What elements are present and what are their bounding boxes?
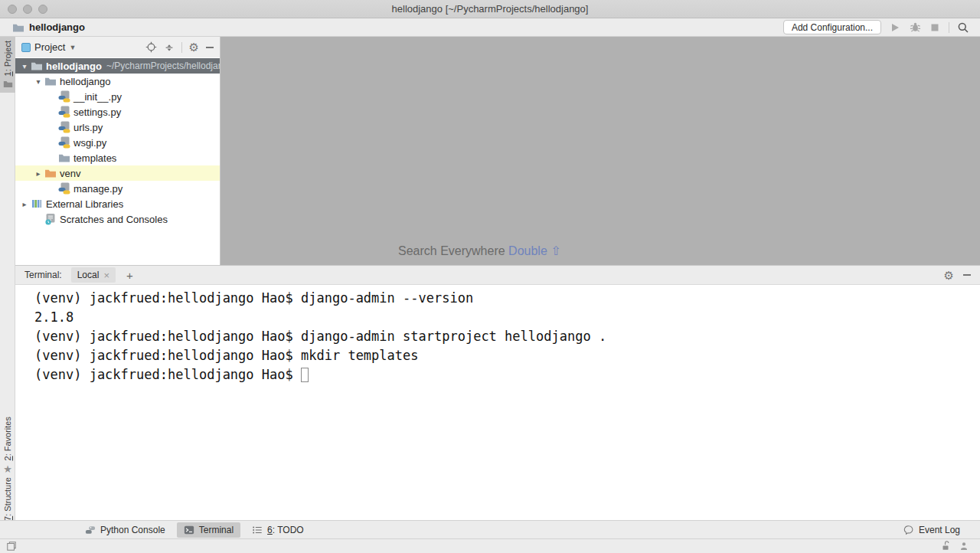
tree-item-label: Scratches and Consoles: [60, 214, 168, 225]
terminal-line: (venv) jackfrued:hellodjango Hao$: [34, 365, 980, 384]
gear-icon[interactable]: ⚙: [944, 270, 954, 281]
event-log-balloon-icon: [903, 525, 914, 535]
project-view-selector[interactable]: Project: [34, 41, 65, 53]
tree-item-label: urls.py: [74, 122, 103, 133]
terminal-label: Terminal:: [24, 270, 62, 280]
new-session-icon[interactable]: +: [126, 269, 133, 282]
todo-label: : TODO: [273, 525, 304, 535]
hint-search-everywhere: Search Everywhere Double ⇧: [398, 244, 561, 258]
python-console-icon: [85, 525, 96, 535]
folder-icon: [58, 152, 70, 164]
hide-panel-icon[interactable]: [206, 47, 214, 48]
tool-window-bar: Python Console Terminal 6: TODO Event Lo…: [0, 520, 980, 538]
titlebar: hellodjango [~/PycharmProjects/hellodjan…: [0, 0, 980, 18]
favorites-tab-mnemonic: 2: [3, 456, 12, 460]
tree-item-urls-py[interactable]: urls.py: [15, 119, 220, 135]
tree-item-wsgi-py[interactable]: wsgi.py: [15, 135, 220, 150]
tree-item-label: External Libraries: [46, 198, 123, 210]
tree-item-external-libraries[interactable]: ▸External Libraries: [15, 196, 220, 211]
event-log-button[interactable]: Event Log: [919, 525, 960, 535]
terminal-cursor[interactable]: [301, 368, 309, 382]
terminal-tab-label: Local: [77, 270, 100, 280]
stop-icon[interactable]: [929, 21, 941, 34]
python-icon: [58, 136, 70, 149]
project-tab-mnemonic: 1: [3, 71, 12, 76]
tree-item-venv[interactable]: ▸venv: [15, 165, 220, 181]
chevron-down-icon[interactable]: ▾: [32, 77, 44, 86]
chevron-down-icon[interactable]: ▾: [18, 62, 31, 70]
hide-panel-icon[interactable]: [963, 274, 971, 276]
tree-item-label: settings.py: [74, 106, 121, 118]
tree-item-label: hellodjango: [46, 61, 102, 72]
folder-excluded-icon: [44, 167, 57, 179]
window-title: hellodjango [~/PycharmProjects/hellodjan…: [0, 3, 980, 15]
project-tree: ▾hellodjango~/PycharmProjects/hellodjang…: [15, 57, 220, 227]
status-bar: [0, 538, 980, 553]
tree-item-path: ~/PycharmProjects/hellodjango: [106, 61, 220, 71]
structure-tab-label: : Structure: [3, 477, 12, 516]
terminal-output[interactable]: (venv) jackfrued:hellodjango Hao$ django…: [15, 285, 980, 384]
libraries-icon: [31, 198, 43, 210]
python-icon: [58, 182, 70, 195]
terminal-line: (venv) jackfrued:hellodjango Hao$ django…: [34, 327, 980, 346]
scratches-icon: [44, 213, 57, 225]
chevron-right-icon[interactable]: ▸: [18, 200, 31, 208]
tree-item-hellodjango-pkg[interactable]: ▾hellodjango: [15, 74, 220, 89]
todo-list-icon: [252, 525, 263, 535]
tool-window-switcher-icon[interactable]: [6, 541, 17, 551]
breadcrumb-label: hellodjango: [29, 21, 85, 33]
run-icon[interactable]: [889, 21, 901, 34]
chevron-right-icon[interactable]: ▸: [32, 169, 44, 178]
terminal-header: Terminal: Local × + ⚙: [15, 265, 980, 285]
editor-area: Search Everywhere Double ⇧ Go to File ⇧⌘…: [220, 37, 980, 265]
tree-item-manage-py[interactable]: manage.py: [15, 181, 220, 196]
python-icon: [58, 90, 70, 103]
folder-icon: [12, 21, 24, 34]
add-configuration-button[interactable]: Add Configuration...: [783, 20, 881, 34]
tool-window-tab-favorites[interactable]: 2: Favorites ★: [0, 413, 15, 479]
unlock-icon[interactable]: [940, 541, 951, 551]
toolbar-divider: [949, 22, 949, 33]
chevron-down-icon[interactable]: ▼: [69, 44, 76, 51]
shortcut-label: Double ⇧: [508, 244, 561, 257]
search-icon[interactable]: [957, 21, 969, 34]
left-tool-window-stripe: 1: Project 2: Favorites ★ 7: Structure: [0, 37, 15, 538]
tool-window-tab-project[interactable]: 1: Project: [0, 37, 15, 93]
project-panel-header: Project ▼ ⚙: [15, 37, 220, 57]
tree-item-hellodjango-root[interactable]: ▾hellodjango~/PycharmProjects/hellodjang…: [15, 58, 220, 74]
gear-icon[interactable]: ⚙: [189, 41, 199, 53]
terminal-tab-local[interactable]: Local ×: [71, 267, 116, 283]
project-tool-window: Project ▼ ⚙ ▾hellodjango~/PycharmProject…: [15, 37, 220, 265]
tree-item-label: templates: [74, 152, 116, 164]
collapse-all-icon[interactable]: [164, 42, 175, 53]
breadcrumb[interactable]: hellodjango: [12, 21, 85, 34]
tree-item-label: __init__.py: [74, 91, 122, 103]
folder-icon: [44, 75, 57, 87]
terminal-tool-window: Terminal: Local × + ⚙ (venv) jackfrued:h…: [15, 265, 980, 520]
tree-item-init-py[interactable]: __init__.py: [15, 89, 220, 104]
panel-divider: [181, 42, 182, 53]
project-tab-label: : Project: [3, 41, 12, 71]
tree-item-templates[interactable]: templates: [15, 150, 220, 165]
tree-item-label: wsgi.py: [74, 137, 106, 149]
terminal-icon: [184, 525, 194, 535]
tree-item-settings-py[interactable]: settings.py: [15, 104, 220, 119]
project-tool-window-icon: [3, 79, 13, 89]
tool-window-button-terminal[interactable]: Terminal: [177, 522, 240, 538]
python-icon: [58, 106, 70, 118]
tool-window-button-todo[interactable]: 6: TODO: [245, 522, 311, 538]
python-icon: [58, 121, 70, 133]
project-view-icon: [21, 43, 31, 52]
tool-window-button-python-console[interactable]: Python Console: [78, 522, 172, 538]
todo-mnemonic: 6: [267, 525, 273, 535]
close-icon[interactable]: ×: [103, 270, 109, 280]
debug-icon[interactable]: [909, 21, 921, 34]
locate-file-icon[interactable]: [145, 41, 157, 53]
tree-item-label: venv: [60, 168, 80, 179]
hector-inspections-icon[interactable]: [959, 541, 969, 551]
tree-item-scratches-and-consoles[interactable]: Scratches and Consoles: [15, 211, 220, 227]
pycharm-window: hellodjango [~/PycharmProjects/hellodjan…: [0, 0, 980, 553]
terminal-line: (venv) jackfrued:hellodjango Hao$ django…: [34, 289, 980, 308]
tree-item-label: hellodjango: [60, 76, 111, 87]
favorites-tab-label: : Favorites: [3, 417, 12, 456]
